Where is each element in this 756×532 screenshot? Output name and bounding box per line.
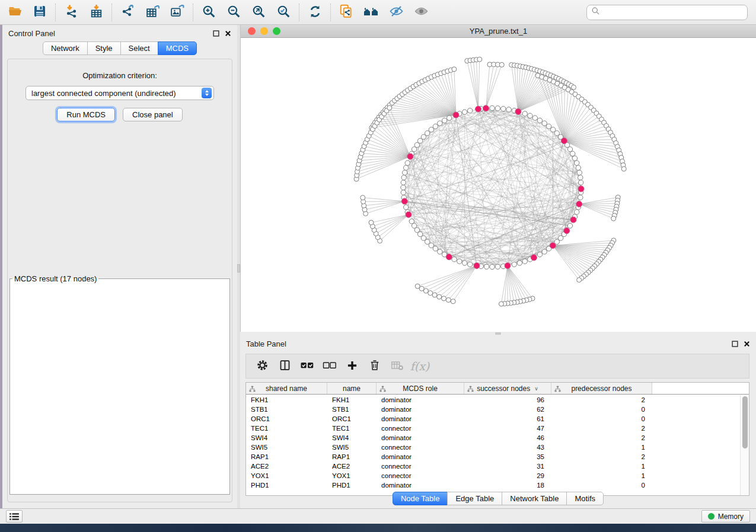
zoom-fit-button[interactable] bbox=[246, 2, 271, 23]
network-node[interactable] bbox=[512, 262, 516, 267]
network-node[interactable] bbox=[438, 121, 442, 126]
network-node[interactable] bbox=[425, 239, 430, 244]
network-node[interactable] bbox=[495, 264, 500, 269]
show-all-button[interactable] bbox=[409, 2, 433, 23]
network-node[interactable] bbox=[578, 175, 583, 180]
network-node[interactable] bbox=[447, 116, 452, 120]
table-row[interactable]: PHD1PHD1dominator180 bbox=[246, 480, 740, 490]
close-mcds-panel-button[interactable]: Close panel bbox=[123, 108, 183, 121]
splitter-grabber-icon[interactable] bbox=[495, 332, 501, 335]
column-chooser-button[interactable] bbox=[275, 356, 295, 376]
network-node[interactable] bbox=[361, 196, 365, 200]
mcds-hub-node[interactable] bbox=[570, 217, 576, 223]
network-node[interactable] bbox=[542, 121, 547, 126]
mcds-hub-node[interactable] bbox=[576, 201, 582, 207]
network-node[interactable] bbox=[570, 151, 575, 156]
deselect-all-columns-button[interactable] bbox=[320, 356, 340, 376]
network-node[interactable] bbox=[490, 264, 495, 269]
task-history-button[interactable] bbox=[6, 510, 23, 523]
create-column-button[interactable] bbox=[342, 356, 362, 376]
tab-mcds[interactable]: MCDS bbox=[158, 41, 197, 55]
mcds-hub-node[interactable] bbox=[505, 263, 511, 269]
network-node[interactable] bbox=[537, 118, 542, 123]
network-node[interactable] bbox=[499, 302, 503, 306]
network-node[interactable] bbox=[501, 106, 506, 111]
network-node[interactable] bbox=[577, 170, 582, 175]
network-node[interactable] bbox=[401, 180, 406, 185]
mcds-hub-node[interactable] bbox=[446, 254, 452, 260]
mcds-hub-node[interactable] bbox=[578, 186, 584, 192]
network-node[interactable] bbox=[429, 243, 433, 248]
mcds-hub-node[interactable] bbox=[407, 153, 413, 159]
network-graph[interactable] bbox=[241, 38, 756, 332]
network-node[interactable] bbox=[425, 131, 430, 136]
network-node[interactable] bbox=[517, 261, 522, 265]
column-header-name[interactable]: name bbox=[327, 383, 377, 394]
network-node[interactable] bbox=[409, 219, 414, 223]
network-node[interactable] bbox=[495, 106, 500, 111]
network-node[interactable] bbox=[621, 166, 626, 171]
table-row[interactable]: SWI4SWI4dominator462 bbox=[246, 433, 740, 443]
network-node[interactable] bbox=[405, 161, 410, 165]
zoom-out-button[interactable] bbox=[221, 2, 246, 23]
mcds-hub-node[interactable] bbox=[531, 255, 537, 261]
network-node[interactable] bbox=[567, 223, 572, 228]
mcds-hub-node[interactable] bbox=[550, 243, 556, 249]
network-node[interactable] bbox=[452, 67, 457, 72]
mcds-hub-node[interactable] bbox=[483, 105, 489, 111]
tab-edge-table[interactable]: Edge Table bbox=[447, 492, 502, 505]
mcds-hub-node[interactable] bbox=[401, 198, 407, 204]
network-node[interactable] bbox=[387, 105, 392, 110]
network-node[interactable] bbox=[528, 113, 532, 118]
window-minimize-icon[interactable] bbox=[260, 27, 268, 35]
close-table-panel-button[interactable] bbox=[744, 341, 750, 347]
table-row[interactable]: ACE2ACE2connector311 bbox=[246, 462, 740, 471]
network-node[interactable] bbox=[421, 134, 426, 139]
mcds-result-list[interactable]: PHD1CAR1STP4TID3YOX1SWI4SRD1PMA2FKH1ACE2… bbox=[11, 284, 220, 285]
network-node[interactable] bbox=[401, 185, 406, 190]
column-header-mcds-role[interactable]: MCDS role bbox=[377, 383, 464, 394]
network-node[interactable] bbox=[442, 118, 446, 123]
network-node[interactable] bbox=[428, 291, 433, 296]
clone-network-button[interactable] bbox=[334, 2, 359, 23]
hide-selected-button[interactable] bbox=[384, 2, 409, 23]
first-neighbors-button[interactable] bbox=[359, 2, 384, 23]
network-node[interactable] bbox=[578, 195, 583, 200]
network-node[interactable] bbox=[572, 156, 577, 161]
mcds-hub-node[interactable] bbox=[476, 106, 481, 112]
network-canvas[interactable] bbox=[241, 38, 756, 332]
network-node[interactable] bbox=[403, 170, 407, 175]
export-table-button[interactable] bbox=[140, 2, 165, 23]
memory-button[interactable]: Memory bbox=[701, 510, 750, 523]
tab-node-table[interactable]: Node Table bbox=[393, 492, 448, 505]
network-node[interactable] bbox=[611, 216, 616, 221]
network-node[interactable] bbox=[451, 299, 455, 304]
network-node[interactable] bbox=[499, 62, 504, 67]
float-control-panel-button[interactable] bbox=[213, 30, 219, 37]
network-node[interactable] bbox=[437, 294, 442, 299]
mcds-hub-node[interactable] bbox=[474, 263, 480, 269]
network-node[interactable] bbox=[433, 124, 438, 129]
network-node[interactable] bbox=[415, 284, 420, 289]
run-mcds-button[interactable]: Run MCDS bbox=[57, 108, 115, 121]
network-node[interactable] bbox=[490, 105, 495, 110]
network-node[interactable] bbox=[506, 107, 511, 112]
window-maximize-icon[interactable] bbox=[273, 27, 280, 35]
window-close-icon[interactable] bbox=[248, 27, 256, 35]
tab-select[interactable]: Select bbox=[120, 41, 158, 55]
scrollbar-thumb[interactable] bbox=[742, 396, 748, 448]
zoom-in-button[interactable] bbox=[196, 2, 221, 23]
criterion-dropdown[interactable]: largest connected component (undirected) bbox=[25, 86, 214, 100]
select-all-columns-button[interactable] bbox=[297, 356, 317, 376]
network-node[interactable] bbox=[579, 180, 583, 185]
network-node[interactable] bbox=[542, 249, 547, 254]
tab-network-table[interactable]: Network Table bbox=[502, 492, 567, 505]
network-node[interactable] bbox=[401, 190, 406, 195]
column-header-successor-nodes[interactable]: successor nodes∨ bbox=[464, 383, 551, 394]
table-row[interactable]: YOX1YOX1connector291 bbox=[246, 471, 740, 480]
export-image-button[interactable] bbox=[165, 2, 190, 23]
network-node[interactable] bbox=[572, 85, 576, 89]
network-node[interactable] bbox=[412, 223, 416, 228]
refresh-layout-button[interactable] bbox=[302, 2, 327, 23]
export-network-button[interactable] bbox=[115, 2, 140, 23]
